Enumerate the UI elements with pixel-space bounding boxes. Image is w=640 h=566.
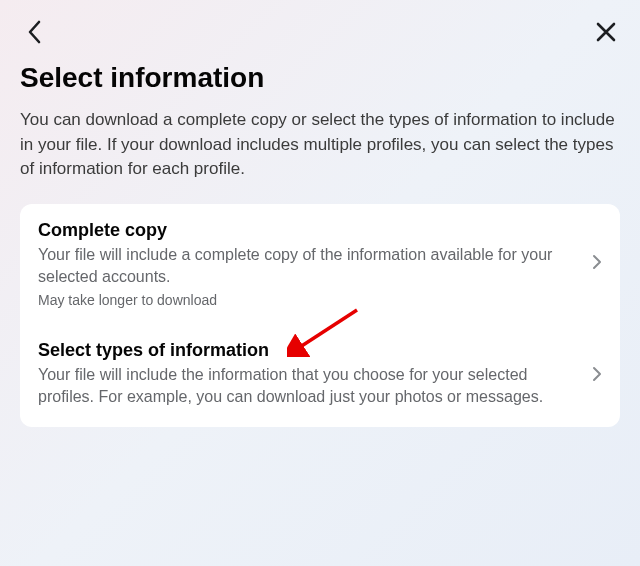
option-desc: Your file will include a complete copy o… <box>38 244 578 289</box>
close-button[interactable] <box>592 18 620 46</box>
options-card: Complete copy Your file will include a c… <box>20 204 620 428</box>
close-icon <box>595 21 617 43</box>
option-title: Select types of information <box>38 340 578 361</box>
page-description: You can download a complete copy or sele… <box>20 108 620 182</box>
option-text-block: Select types of information Your file wi… <box>38 340 592 412</box>
option-note: May take longer to download <box>38 292 578 308</box>
option-text-block: Complete copy Your file will include a c… <box>38 220 592 308</box>
main-content: Select information You can download a co… <box>0 52 640 447</box>
chevron-right-icon <box>592 254 602 274</box>
chevron-left-icon <box>27 20 41 44</box>
option-select-types[interactable]: Select types of information Your file wi… <box>20 324 620 428</box>
option-complete-copy[interactable]: Complete copy Your file will include a c… <box>20 204 620 324</box>
option-title: Complete copy <box>38 220 578 241</box>
back-button[interactable] <box>20 18 48 46</box>
page-title: Select information <box>20 62 620 94</box>
modal-header <box>0 0 640 52</box>
chevron-right-icon <box>592 366 602 386</box>
option-desc: Your file will include the information t… <box>38 364 578 409</box>
